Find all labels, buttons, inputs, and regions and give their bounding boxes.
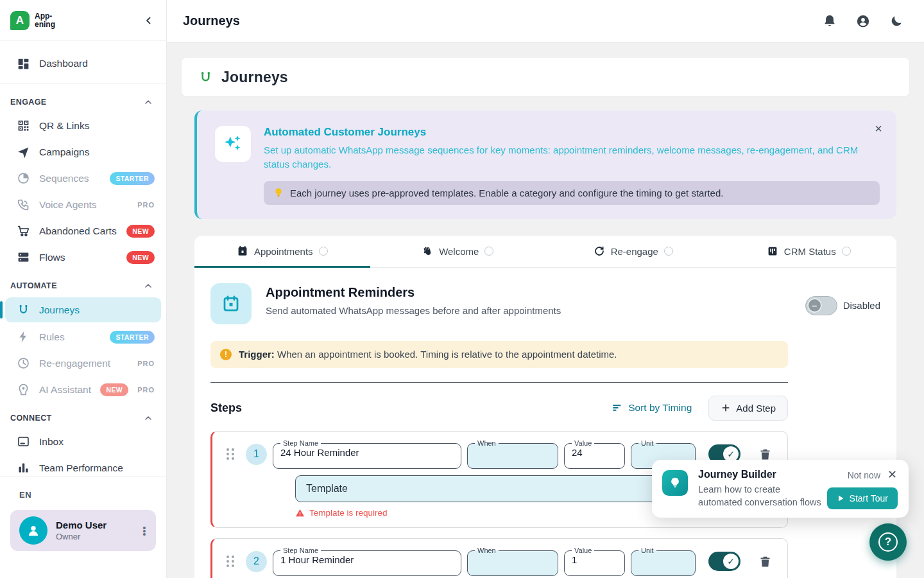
cart-icon [17, 224, 30, 238]
tab-appointments[interactable]: Appointments [194, 236, 370, 267]
brand-name: App-ening [35, 12, 55, 28]
user-card[interactable]: Demo User Owner ••• [10, 510, 156, 551]
sidebar-item-qr-links[interactable]: QR & Links [0, 112, 166, 139]
tab-reengage[interactable]: Re-engage [545, 236, 721, 267]
drag-handle[interactable] [227, 556, 234, 567]
sidebar-item-inbox[interactable]: Inbox [0, 428, 166, 455]
sidebar-item-flows[interactable]: Flows NEW [0, 244, 166, 270]
when-select[interactable] [475, 447, 551, 458]
not-now-button[interactable]: Not now [848, 470, 880, 480]
category-tabs: Appointments Welcome Re-engage CRM Statu… [194, 236, 896, 268]
sidebar-item-sequences[interactable]: Sequences STARTER [0, 165, 166, 191]
sidebar-item-team-performance[interactable]: Team Performance [0, 455, 166, 477]
bell-icon[interactable] [823, 14, 837, 28]
chevron-up-icon [143, 413, 153, 423]
unit-select[interactable] [638, 554, 688, 565]
sidebar-item-abandoned-carts[interactable]: Abandoned Carts NEW [0, 218, 166, 244]
sidebar-item-journeys[interactable]: Journeys [5, 297, 161, 322]
tab-radio-icon[interactable] [319, 247, 328, 256]
new-badge: NEW [126, 225, 155, 238]
value-input[interactable] [572, 447, 617, 458]
toggle-status: Disabled [843, 300, 880, 311]
refresh-icon [594, 245, 605, 257]
pro-tag: PRO [137, 360, 155, 367]
sidebar-item-label: Sequences [39, 173, 101, 184]
bulb-icon [273, 188, 284, 198]
chevron-left-icon [143, 15, 155, 26]
sort-icon [612, 402, 623, 414]
sequences-icon [17, 171, 30, 185]
calendar-icon [237, 245, 248, 257]
template-select[interactable]: Template [295, 475, 711, 502]
close-icon[interactable]: ✕ [885, 465, 900, 484]
sidebar-item-label: Flows [39, 252, 117, 263]
moon-icon[interactable] [889, 14, 903, 28]
new-badge: NEW [100, 383, 128, 396]
tab-radio-icon[interactable] [484, 247, 493, 256]
sidebar-item-campaigns[interactable]: Campaigns [0, 139, 166, 165]
divider [210, 382, 788, 383]
bulb-icon [662, 470, 688, 496]
sidebar-item-rules[interactable]: Rules STARTER [0, 324, 166, 350]
step-name-input[interactable] [280, 554, 454, 565]
tab-crm-status[interactable]: CRM Status [721, 236, 897, 267]
trash-icon[interactable] [758, 448, 772, 461]
sidebar-item-label: Inbox [39, 436, 155, 448]
section-engage[interactable]: ENGAGE [0, 87, 166, 112]
collapse-sidebar-button[interactable] [143, 15, 155, 26]
sidebar-item-reengagement[interactable]: Re-engagement PRO [0, 350, 166, 376]
sidebar-item-label: Team Performance [39, 462, 155, 474]
phone-icon [17, 198, 30, 211]
chevron-up-icon [143, 97, 153, 107]
sidebar-item-ai-assistant[interactable]: AI Assistant NEW PRO [0, 376, 166, 403]
banner-tip: Each journey uses pre-approved templates… [264, 181, 880, 205]
tab-welcome[interactable]: Welcome [370, 236, 546, 267]
category-title: Appointment Reminders [266, 285, 561, 300]
starter-badge: STARTER [110, 172, 155, 185]
user-role: Owner [56, 532, 107, 541]
drag-handle[interactable] [227, 448, 234, 460]
popup-description: Learn how to createautomated conversatio… [698, 484, 826, 509]
add-step-button[interactable]: Add Step [708, 396, 788, 421]
qr-icon [17, 119, 30, 132]
section-connect[interactable]: CONNECT [0, 403, 166, 428]
sidebar-item-voice-agents[interactable]: Voice Agents PRO [0, 191, 166, 218]
account-icon[interactable] [856, 14, 870, 28]
help-button[interactable]: ? [869, 523, 907, 561]
calendar-icon [210, 283, 252, 324]
trash-icon[interactable] [758, 555, 772, 568]
step-number: 2 [246, 551, 267, 572]
language-selector[interactable]: EN [19, 490, 156, 500]
unit-select[interactable] [638, 447, 688, 458]
route-icon [17, 303, 30, 317]
start-tour-button[interactable]: Start Tour [827, 487, 898, 509]
dashboard-icon [17, 57, 30, 71]
topbar: Journeys [167, 0, 924, 42]
avatar [19, 516, 47, 545]
sidebar-item-dashboard[interactable]: Dashboard [0, 49, 166, 78]
category-enable-toggle[interactable]: – [805, 296, 837, 315]
step-name-input[interactable] [280, 447, 454, 458]
value-input[interactable] [572, 554, 617, 565]
brand-logo[interactable]: A App-ening [10, 11, 55, 30]
section-automate[interactable]: AUTOMATE [0, 270, 166, 296]
close-icon[interactable]: × [871, 118, 886, 139]
when-select[interactable] [475, 554, 551, 565]
minus-icon: – [807, 298, 822, 313]
flows-icon [17, 250, 30, 264]
inbox-icon [17, 435, 30, 448]
popup-title: Journey Builder [698, 469, 826, 480]
sidebar-item-label: Abandoned Carts [39, 225, 117, 237]
new-badge: NEW [126, 251, 155, 264]
step-enable-toggle[interactable]: ✓ [708, 552, 740, 571]
sidebar: A App-ening Dashboard ENGAGE QR & Links … [0, 0, 167, 578]
tab-radio-icon[interactable] [842, 247, 851, 256]
user-menu-button[interactable]: ••• [139, 526, 150, 536]
chevron-up-icon [143, 281, 153, 291]
sort-by-timing-button[interactable]: Sort by Timing [612, 402, 692, 414]
banner-description: Set up automatic WhatsApp message sequen… [264, 143, 880, 171]
tab-radio-icon[interactable] [664, 247, 673, 256]
topbar-title: Journeys [183, 13, 240, 28]
journey-builder-popup: Journey Builder Learn how to createautom… [652, 460, 909, 518]
play-icon [837, 495, 844, 502]
